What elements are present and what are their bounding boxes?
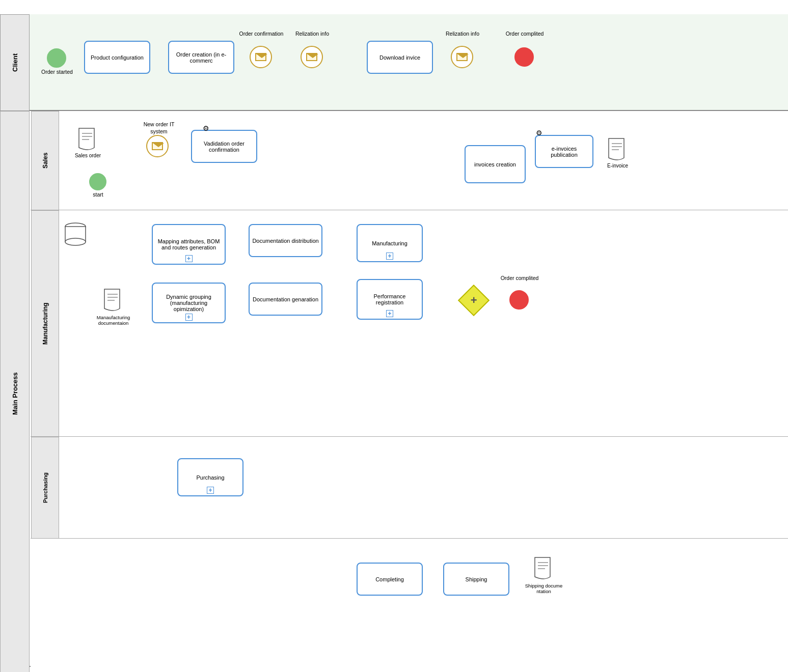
- task-mapping-attributes[interactable]: Mapping attributes, BOM and routes gener…: [152, 224, 226, 265]
- svg-line-51: [346, 75, 400, 111]
- service-icon-e-invoices: ⚙: [536, 129, 545, 138]
- label-realization-info2: Relization info: [440, 31, 485, 38]
- svg-line-30: [322, 240, 357, 243]
- task-dynamic-grouping[interactable]: Dynamic grouping (manufacturing opimizat…: [152, 283, 226, 323]
- label-order-confirmation: Order confirmation: [238, 31, 284, 38]
- lane-label-purchasing: Purchasing: [31, 437, 59, 539]
- lane-label-manufacturing: Manufacturing: [31, 210, 59, 437]
- task-performance-registration[interactable]: Performance registration +: [357, 279, 423, 320]
- task-invoices-creation[interactable]: invoices creation: [465, 145, 526, 183]
- event-new-order-it: [146, 135, 169, 157]
- task-order-creation[interactable]: Order creation (in e-commerc: [168, 41, 234, 74]
- expand-mapping[interactable]: +: [185, 255, 193, 262]
- svg-line-25: [526, 152, 535, 164]
- event-realization-info1: [301, 46, 323, 68]
- lane-label-sales: Sales: [31, 111, 59, 210]
- shape-database: [61, 221, 89, 249]
- document-sales-order: Sales order: [74, 126, 102, 159]
- svg-line-39: [188, 210, 290, 224]
- label-order-completed-client: Order complited: [503, 31, 546, 38]
- document-e-invoice: E-invoice: [604, 135, 632, 171]
- task-e-invoices-pub[interactable]: e-invoices publication: [535, 135, 593, 168]
- end-event-order-completed-mfg: [509, 290, 529, 310]
- start-event-sales: [89, 173, 106, 190]
- svg-point-52: [257, 144, 262, 149]
- expand-performance[interactable]: +: [386, 310, 393, 317]
- service-icon-validation: ⚙: [203, 124, 212, 133]
- label-order-completed-mfg: Order complited: [499, 275, 540, 282]
- expand-dynamic[interactable]: +: [185, 314, 193, 321]
- lane-label-client: Client: [0, 14, 30, 111]
- task-completing[interactable]: Completing: [357, 563, 423, 596]
- event-realization-info2: [451, 46, 473, 68]
- diagram-container: Client Main Process Sales Manufacturing …: [0, 0, 788, 672]
- expand-purchasing[interactable]: +: [207, 487, 214, 494]
- task-manufacturing[interactable]: Manufacturing +: [357, 224, 423, 262]
- svg-point-8: [65, 238, 86, 245]
- svg-line-29: [226, 240, 249, 244]
- expand-manufacturing[interactable]: +: [386, 253, 393, 260]
- task-doc-distribution[interactable]: Documentation distribution: [249, 224, 322, 257]
- svg-line-34: [226, 299, 249, 303]
- task-product-configuration[interactable]: Product configuration: [84, 41, 150, 74]
- gateway-parallel: [458, 285, 490, 316]
- svg-line-40: [130, 303, 152, 304]
- label-order-started: Order started: [37, 69, 77, 76]
- svg-point-58: [420, 208, 425, 213]
- svg-line-22: [102, 144, 146, 146]
- task-doc-generation[interactable]: Documentation genaration: [249, 283, 322, 316]
- task-purchasing[interactable]: Purchasing +: [177, 458, 243, 496]
- label-new-order-it: New order IT system: [136, 121, 182, 135]
- task-download-invoice[interactable]: Download invice: [367, 41, 433, 74]
- event-order-confirmation: [250, 46, 272, 68]
- lane-label-main: Main Process: [0, 111, 30, 672]
- svg-line-27: [257, 146, 465, 164]
- document-mfg: Manaufacturing documentaion: [97, 288, 130, 326]
- end-event-order-completed-client: [514, 47, 534, 67]
- svg-line-47: [509, 575, 525, 579]
- task-validation-order[interactable]: Vadidation order confirmation: [191, 130, 257, 163]
- label-realization-info1: Relization info: [289, 31, 335, 38]
- document-shipping: Shipping docume ntation: [525, 555, 563, 596]
- start-event-order-started: [47, 48, 66, 68]
- label-start-sales: start: [84, 191, 112, 199]
- task-shipping[interactable]: Shipping: [443, 563, 509, 596]
